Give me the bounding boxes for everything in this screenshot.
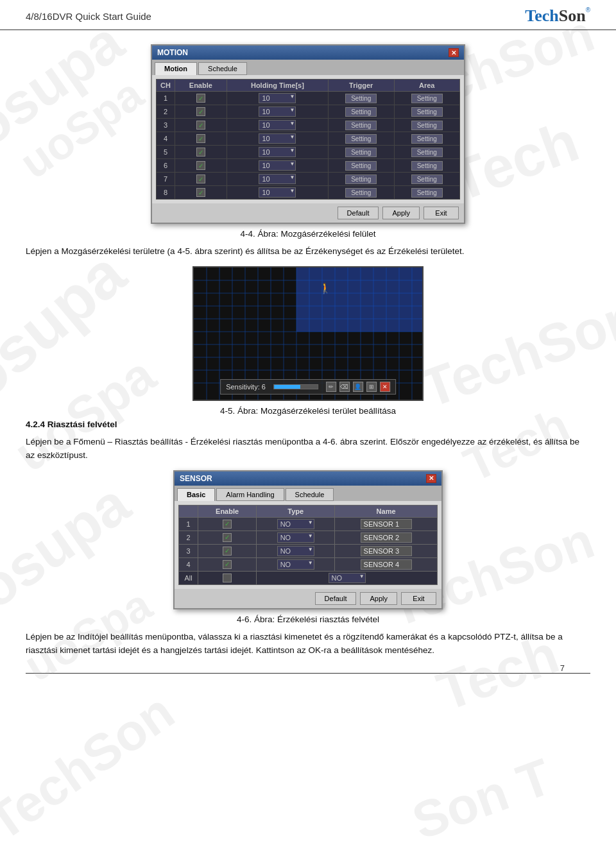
motion-trigger-setting-button[interactable]: Setting xyxy=(345,161,377,171)
sensor-name-input[interactable] xyxy=(361,559,412,570)
motion-holding-cell: 10 xyxy=(227,119,328,132)
tab-schedule[interactable]: Schedule xyxy=(198,62,247,75)
motion-area-setting-button[interactable]: Setting xyxy=(411,107,443,117)
sensor-table-row: 1 ✓ NO xyxy=(179,517,438,531)
motion-area-setting-button[interactable]: Setting xyxy=(411,188,443,198)
sensor-enable-checkbox[interactable]: ✓ xyxy=(223,533,232,542)
sensor-name-input[interactable] xyxy=(361,532,412,543)
motion-enable-cell: ✓ xyxy=(175,119,227,132)
sensor-name-input[interactable] xyxy=(361,519,412,529)
motion-area-setting-button[interactable]: Setting xyxy=(411,121,443,130)
motion-holding-select[interactable]: 10 xyxy=(259,147,296,157)
motion-holding-select[interactable]: 10 xyxy=(259,160,296,171)
sensor-enable-checkbox[interactable]: ✓ xyxy=(223,547,232,556)
motion-enable-checkbox[interactable]: ✓ xyxy=(196,161,205,170)
motion-holding-select[interactable]: 10 xyxy=(259,93,296,103)
motion-enable-cell: ✓ xyxy=(175,186,227,200)
motion-enable-checkbox[interactable]: ✓ xyxy=(196,174,205,183)
sensor-name-input[interactable] xyxy=(361,546,412,556)
sensor-table-row: 3 ✓ NO xyxy=(179,544,438,557)
sensor-name-cell xyxy=(335,531,438,544)
tab-basic[interactable]: Basic xyxy=(177,488,215,501)
motion-area-setting-button[interactable]: Setting xyxy=(411,94,443,103)
tab-sensor-schedule[interactable]: Schedule xyxy=(286,488,334,501)
svg-text:🚶: 🚶 xyxy=(319,282,332,294)
sensor-type-select[interactable]: NO xyxy=(277,519,314,529)
paragraph-3: Lépjen be az Indítójel beállítás menüpon… xyxy=(26,631,590,658)
motion-enable-checkbox[interactable]: ✓ xyxy=(196,107,205,116)
motion-area-cell: Setting xyxy=(394,146,460,159)
sensor-type-select[interactable]: NO xyxy=(277,559,314,570)
sensor-all-checkbox[interactable] xyxy=(223,573,232,582)
motion-default-button[interactable]: Default xyxy=(338,207,379,219)
motion-holding-select[interactable]: 10 xyxy=(259,106,296,117)
motion-area-cell: Setting xyxy=(394,132,460,146)
sensor-enable-checkbox[interactable]: ✓ xyxy=(223,520,232,529)
paragraph-2: Lépjen be a Főmenü – Riasztás beállítás … xyxy=(26,436,590,463)
motion-area-cell: Setting xyxy=(394,159,460,173)
sensor-enable-cell: ✓ xyxy=(198,531,257,544)
sensor-type-select[interactable]: NO xyxy=(277,532,314,543)
motion-ch-cell: 3 xyxy=(157,119,175,132)
motion-area-setting-button[interactable]: Setting xyxy=(411,148,443,157)
close-icon[interactable]: ✕ xyxy=(380,382,390,392)
motion-area-setting-button[interactable]: Setting xyxy=(411,174,443,184)
motion-enable-checkbox[interactable]: ✓ xyxy=(196,188,205,197)
motion-trigger-setting-button[interactable]: Setting xyxy=(345,188,377,198)
motion-trigger-cell: Setting xyxy=(329,105,394,119)
sensor-all-type-select[interactable]: NO xyxy=(329,573,366,583)
pencil-icon[interactable]: ✏ xyxy=(326,382,336,392)
tab-motion[interactable]: Motion xyxy=(155,62,197,75)
motion-exit-button[interactable]: Exit xyxy=(424,207,459,219)
motion-enable-checkbox[interactable]: ✓ xyxy=(196,148,205,157)
tab-alarm-handling[interactable]: Alarm Handling xyxy=(216,488,284,501)
motion-table-row: 1 ✓ 10 Setting Setting xyxy=(157,92,460,105)
sensor-name-cell xyxy=(335,557,438,571)
motion-enable-cell: ✓ xyxy=(175,132,227,146)
motion-holding-select[interactable]: 10 xyxy=(259,187,296,198)
motion-table-row: 4 ✓ 10 Setting Setting xyxy=(157,132,460,146)
sensor-dialog-close-button[interactable]: ✕ xyxy=(426,474,436,483)
motion-area-setting-button[interactable]: Setting xyxy=(411,161,443,171)
person-icon[interactable]: 👤 xyxy=(353,382,363,392)
motion-area-image: 🚶 Sensitivity: 6 ✏ ⌫ 👤 ⊞ ✕ xyxy=(193,266,424,401)
motion-holding-cell: 10 xyxy=(227,92,328,105)
motion-area-cell: Setting xyxy=(394,92,460,105)
motion-enable-checkbox[interactable]: ✓ xyxy=(196,94,205,103)
motion-area-setting-button[interactable]: Setting xyxy=(411,134,443,144)
motion-enable-checkbox[interactable]: ✓ xyxy=(196,121,205,130)
motion-apply-button[interactable]: Apply xyxy=(382,207,420,219)
motion-holding-cell: 10 xyxy=(227,159,328,173)
sensor-type-select[interactable]: NO xyxy=(277,546,314,556)
sensor-name-cell xyxy=(335,517,438,531)
motion-holding-cell: 10 xyxy=(227,186,328,200)
motion-table-row: 3 ✓ 10 Setting Setting xyxy=(157,119,460,132)
svg-rect-0 xyxy=(296,268,422,332)
motion-trigger-setting-button[interactable]: Setting xyxy=(345,134,377,144)
sensor-apply-button[interactable]: Apply xyxy=(360,592,397,605)
sensor-exit-button[interactable]: Exit xyxy=(401,592,436,605)
sensor-type-cell: NO xyxy=(257,517,335,531)
motion-enable-checkbox[interactable]: ✓ xyxy=(196,134,205,143)
motion-trigger-setting-button[interactable]: Setting xyxy=(345,148,377,157)
sensor-type-cell: NO xyxy=(257,544,335,557)
motion-trigger-setting-button[interactable]: Setting xyxy=(345,174,377,184)
eraser-icon[interactable]: ⌫ xyxy=(339,382,350,392)
grid-icon[interactable]: ⊞ xyxy=(366,382,377,392)
motion-dialog-close-button[interactable]: ✕ xyxy=(449,48,459,57)
motion-dialog: MOTION ✕ Motion Schedule CH Enable Holdi… xyxy=(151,44,465,224)
motion-holding-select[interactable]: 10 xyxy=(259,174,296,184)
motion-trigger-setting-button[interactable]: Setting xyxy=(345,94,377,103)
motion-enable-cell: ✓ xyxy=(175,146,227,159)
motion-dialog-body: CH Enable Holding Time[s] Trigger Area 1… xyxy=(152,75,464,203)
motion-holding-select[interactable]: 10 xyxy=(259,133,296,144)
sensor-dialog-titlebar: SENSOR ✕ xyxy=(175,471,441,486)
sensor-default-button[interactable]: Default xyxy=(315,592,357,605)
figure-4-4-caption: 4-4. Ábra: Mozgásérzékelési felület xyxy=(26,229,590,239)
motion-trigger-setting-button[interactable]: Setting xyxy=(345,107,377,117)
motion-dialog-tabs: Motion Schedule xyxy=(152,60,464,75)
sensitivity-toolbar: Sensitivity: 6 ✏ ⌫ 👤 ⊞ ✕ xyxy=(220,379,396,395)
motion-holding-select[interactable]: 10 xyxy=(259,120,296,130)
motion-trigger-setting-button[interactable]: Setting xyxy=(345,121,377,130)
sensor-enable-checkbox[interactable]: ✓ xyxy=(223,560,232,569)
